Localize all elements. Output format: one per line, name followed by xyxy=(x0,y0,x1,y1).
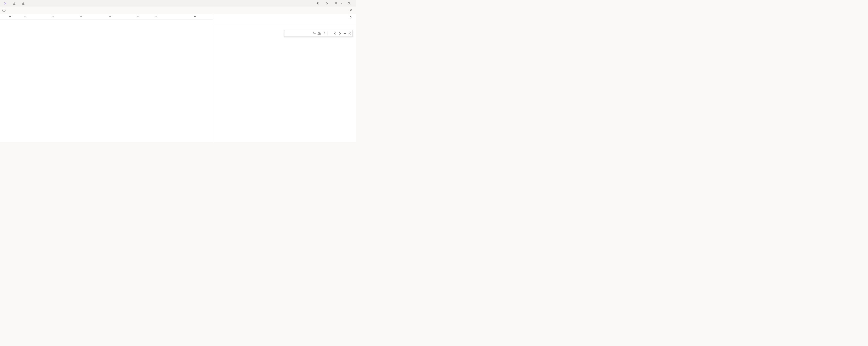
list-icon xyxy=(334,2,338,5)
clear-data-button[interactable] xyxy=(2,1,10,6)
chevron-down-icon xyxy=(80,15,82,18)
chevron-down-icon xyxy=(194,15,196,18)
match-whole-word-button[interactable]: Ab xyxy=(317,30,321,36)
compact-list-button[interactable] xyxy=(333,1,345,6)
find-close-button[interactable] xyxy=(347,30,352,36)
col-time[interactable] xyxy=(21,15,48,18)
find-next-button[interactable] xyxy=(337,30,342,36)
col-category[interactable] xyxy=(48,15,76,18)
chevron-down-icon xyxy=(137,15,140,18)
events-grid-pane xyxy=(0,13,213,142)
svg-point-1 xyxy=(348,2,350,4)
search-icon xyxy=(347,2,351,5)
col-status[interactable] xyxy=(151,15,172,18)
svg-point-0 xyxy=(317,2,318,3)
col-result[interactable] xyxy=(105,15,134,18)
events-grid[interactable] xyxy=(0,13,213,142)
info-icon xyxy=(2,9,6,12)
detail-tabs xyxy=(213,21,355,25)
find-selection-button[interactable] xyxy=(342,30,347,36)
find-bar: Aa Ab .* xyxy=(284,30,352,37)
upload-button[interactable] xyxy=(11,1,19,6)
regex-button[interactable]: .* xyxy=(321,30,327,36)
col-operation[interactable] xyxy=(76,15,105,18)
grid-header-row xyxy=(0,13,213,20)
session-close-button[interactable] xyxy=(349,9,352,12)
chevron-down-icon xyxy=(51,15,54,18)
col-duration[interactable] xyxy=(172,15,198,18)
col-id[interactable] xyxy=(5,15,21,18)
upload-icon xyxy=(13,2,16,5)
play-icon xyxy=(325,2,329,5)
invite-button[interactable] xyxy=(314,1,322,6)
close-icon xyxy=(4,2,7,5)
person-add-icon xyxy=(316,2,319,5)
detail-pane: Aa Ab .* xyxy=(213,13,355,142)
close-icon xyxy=(349,9,352,12)
find-input[interactable] xyxy=(284,32,312,35)
chevron-down-icon xyxy=(24,15,27,18)
find-prev-button[interactable] xyxy=(332,30,337,36)
chevron-down-icon xyxy=(340,2,343,5)
col-resultinfo[interactable] xyxy=(134,15,151,18)
download-button[interactable] xyxy=(20,1,28,6)
expand-pane-button[interactable] xyxy=(349,16,352,20)
download-icon xyxy=(22,2,25,5)
json-viewer[interactable] xyxy=(213,25,355,142)
top-toolbar xyxy=(0,0,355,7)
chevron-down-icon xyxy=(9,15,11,18)
session-bar xyxy=(0,7,355,13)
filter-button[interactable] xyxy=(346,1,354,6)
chevron-down-icon xyxy=(154,15,157,18)
match-case-button[interactable]: Aa xyxy=(312,30,317,36)
chevron-down-icon xyxy=(108,15,111,18)
play-app-button[interactable] xyxy=(323,1,332,6)
